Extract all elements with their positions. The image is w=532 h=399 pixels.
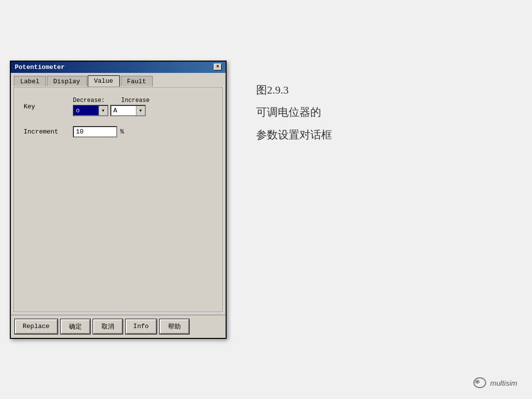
tab-fault[interactable]: Fault xyxy=(121,76,153,87)
tabs-row: Label Display Value Fault xyxy=(11,73,226,86)
caption-line3: 参数设置对话框 xyxy=(256,125,374,145)
close-button[interactable]: × xyxy=(214,64,222,70)
decrease-arrow[interactable]: ▼ xyxy=(99,106,107,115)
key-controls: Decrease: Increase o ▼ A ▼ xyxy=(73,97,161,116)
title-bar: Potentiometer × xyxy=(11,62,226,73)
right-panel: 图2.9.3 可调电位器的 参数设置对话框 xyxy=(246,61,384,167)
dialog-window: Potentiometer × Label Display Value Faul… xyxy=(10,61,227,339)
cancel-button[interactable]: 取消 xyxy=(93,319,123,334)
percent-symbol: % xyxy=(120,128,124,135)
decrease-header-label: Decrease: xyxy=(73,97,117,104)
tab-display[interactable]: Display xyxy=(47,76,87,87)
confirm-button[interactable]: 确定 xyxy=(61,319,90,334)
caption-line2: 可调电位器的 xyxy=(256,102,374,122)
caption-line1: 图2.9.3 xyxy=(256,80,374,100)
window-title: Potentiometer xyxy=(15,64,65,71)
increase-value: A xyxy=(111,106,136,115)
key-inputs: o ▼ A ▼ xyxy=(73,105,161,116)
multisim-logo: multisim xyxy=(472,376,517,389)
replace-button[interactable]: Replace xyxy=(15,319,58,334)
increase-dropdown[interactable]: A ▼ xyxy=(110,105,146,116)
info-button[interactable]: Info xyxy=(126,319,157,334)
decrease-value: o xyxy=(74,106,99,115)
tab-label[interactable]: Label xyxy=(14,76,46,87)
increase-arrow[interactable]: ▼ xyxy=(136,106,145,115)
help-button[interactable]: 帮助 xyxy=(160,319,189,334)
key-row: Key Decrease: Increase o ▼ xyxy=(24,97,213,116)
increase-header-label: Increase xyxy=(121,97,161,104)
svg-point-2 xyxy=(476,381,478,383)
tab-content-value: Key Decrease: Increase o ▼ xyxy=(13,86,224,313)
key-label: Key xyxy=(24,103,73,110)
key-headers: Decrease: Increase xyxy=(73,97,161,104)
increment-label: Increment xyxy=(24,128,73,135)
increment-input[interactable] xyxy=(73,126,117,137)
page-container: Potentiometer × Label Display Value Faul… xyxy=(10,61,522,339)
decrease-dropdown[interactable]: o ▼ xyxy=(73,105,108,116)
dialog-buttons: Replace 确定 取消 Info 帮助 xyxy=(11,315,226,338)
multisim-logo-icon xyxy=(472,376,487,389)
multisim-text: multisim xyxy=(490,379,517,387)
increment-row: Increment % xyxy=(24,126,213,137)
tab-value[interactable]: Value xyxy=(88,75,120,87)
